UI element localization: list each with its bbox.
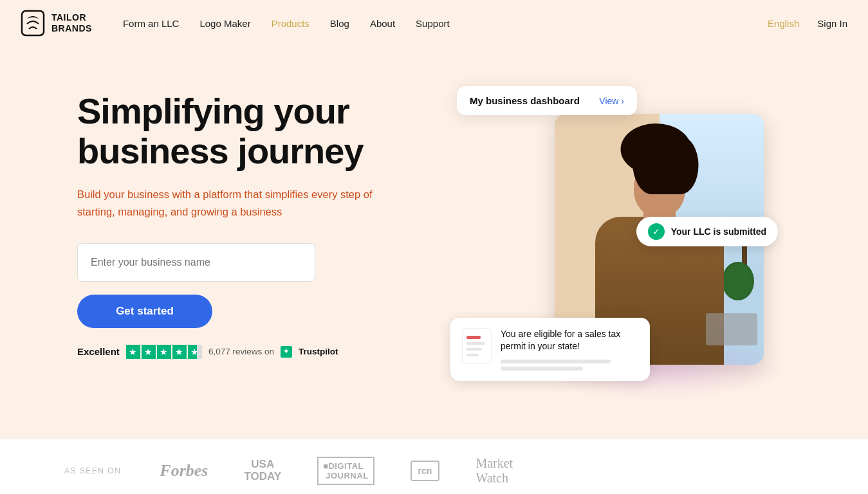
star-3: ★	[157, 345, 171, 359]
press-bar: AS SEEN ON Forbes USATODAY ■DIGITAL JOUR…	[0, 439, 868, 494]
press-logo-usa-today: USATODAY	[244, 459, 281, 482]
dashboard-title: My business dashboard	[470, 95, 580, 106]
document-icon	[462, 328, 492, 364]
logo-icon	[21, 10, 45, 37]
nav-language[interactable]: English	[768, 18, 799, 29]
press-logo-digital-journal: ■DIGITAL JOURNAL	[317, 457, 374, 485]
nav-signin[interactable]: Sign In	[817, 18, 847, 29]
nav-right: English Sign In	[768, 18, 847, 29]
logo-area[interactable]: TAILOR BRANDS	[21, 10, 92, 37]
sales-permit-text: You are eligible for a sales tax permit …	[501, 328, 638, 353]
star-4: ★	[172, 345, 187, 359]
brand-name: TAILOR BRANDS	[51, 12, 92, 34]
press-logo-ncn: rcn	[411, 461, 440, 481]
hero-section: Simplifying your business journey Build …	[0, 46, 868, 439]
nav-blog[interactable]: Blog	[330, 18, 349, 29]
nav-form-llc[interactable]: Form an LLC	[123, 18, 180, 29]
nav-products[interactable]: Products	[272, 18, 309, 29]
star-rating: ★ ★ ★ ★ ★	[126, 345, 202, 359]
business-name-input[interactable]	[77, 243, 315, 282]
press-logo-forbes: Forbes	[160, 461, 208, 480]
trustpilot-excellent: Excellent	[77, 346, 120, 357]
trustpilot-platform: Trustpilot	[299, 347, 338, 356]
star-2: ★	[142, 345, 156, 359]
hero-subtitle: Build your business with a platform that…	[77, 186, 380, 221]
trustpilot-reviews: 6,077 reviews on	[208, 347, 274, 356]
view-dashboard-link[interactable]: View ›	[599, 96, 624, 106]
navbar: TAILOR BRANDS Form an LLC Logo Maker Pro…	[0, 0, 868, 46]
nav-logo-maker[interactable]: Logo Maker	[199, 18, 250, 29]
svg-rect-0	[22, 11, 44, 35]
star-5-half: ★	[188, 345, 202, 359]
nav-support[interactable]: Support	[416, 18, 450, 29]
llc-submitted-badge: ✓ Your LLC is submitted	[636, 217, 778, 246]
trustpilot-icon: ✦	[281, 346, 292, 358]
star-1: ★	[126, 345, 140, 359]
press-logos: Forbes USATODAY ■DIGITAL JOURNAL rcn Mar…	[160, 456, 513, 486]
sales-permit-card: You are eligible for a sales tax permit …	[450, 318, 650, 381]
llc-badge-text: Your LLC is submitted	[671, 226, 766, 237]
trustpilot-row: Excellent ★ ★ ★ ★ ★ 6,077 reviews on ✦ T…	[77, 345, 438, 359]
hero-right: My business dashboard View ›	[438, 78, 817, 413]
press-logo-marketwatch: MarketWatch	[476, 456, 513, 486]
get-started-button[interactable]: Get started	[77, 295, 212, 328]
dashboard-card: My business dashboard View ›	[457, 86, 637, 115]
nav-links: Form an LLC Logo Maker Products Blog Abo…	[123, 18, 768, 29]
sales-permit-content: You are eligible for a sales tax permit …	[501, 328, 638, 370]
hero-left: Simplifying your business journey Build …	[77, 78, 438, 359]
as-seen-on-label: AS SEEN ON	[64, 466, 121, 475]
hero-title: Simplifying your business journey	[77, 91, 438, 170]
nav-about[interactable]: About	[370, 18, 395, 29]
check-icon: ✓	[648, 223, 665, 240]
